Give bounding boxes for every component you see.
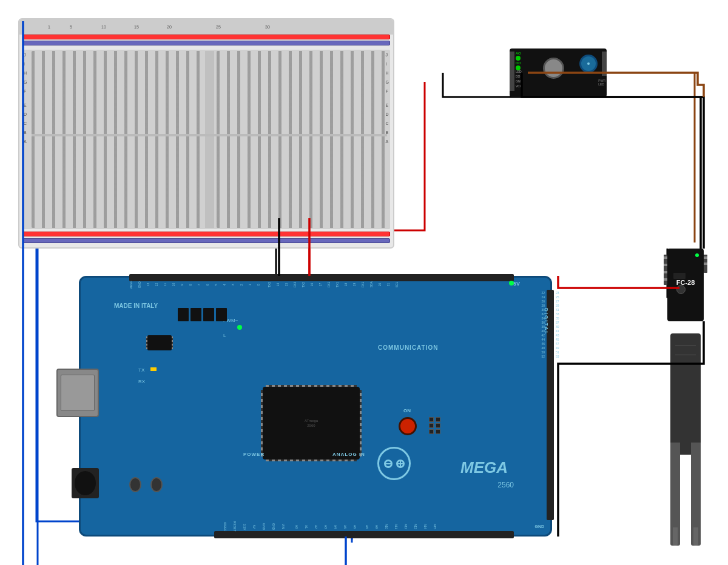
fc28-probe-body: [670, 333, 701, 455]
arduino-led-l: [237, 325, 242, 330]
breadboard: 1 5 10 15 20 25 30 J I H G F E: [18, 18, 394, 249]
arduino-made-in-label: MADE IN ITALY: [114, 302, 158, 310]
fc28-label: FC-28: [661, 279, 710, 286]
arduino-top-pin-labels: AREF GND 13 12 11 10 9 8 7 6 5 4 3 2 1 0…: [129, 281, 403, 289]
ky038-pin-header-right: [602, 52, 607, 76]
arduino-led-5v: [509, 281, 514, 286]
arduino-small-ic: [147, 335, 172, 350]
fc28-led: [695, 253, 699, 257]
ky038-sound-sensor: AO DO LED DO GND VCC PWRLED: [510, 48, 607, 97]
arduino-isp-header: [429, 417, 441, 434]
ky038-pin-header: [510, 52, 514, 91]
fc28-probe-left-tine: [670, 443, 680, 546]
ky038-potentiometer: [579, 55, 598, 73]
arduino-bottom-pin-labels: IOREF RESET 3.3V 5V GND GND VIN A0 A1 A2…: [217, 521, 437, 532]
arduino-usb-connector: [56, 369, 99, 417]
fc28-moisture-sensor: FC-28: [661, 249, 710, 546]
arduino-reset-button[interactable]: [399, 417, 417, 435]
arduino-model-label: 2560: [497, 481, 514, 489]
arduino-logo: [377, 447, 411, 480]
ky038-microphone: [543, 58, 564, 79]
arduino-capacitor-1: [129, 477, 141, 492]
arduino-mega-board: 22 24 26 28 30 32 34 36 38 40 42 44 46 4…: [79, 276, 552, 537]
arduino-mega-label: MEGA: [460, 458, 508, 477]
fc28-probe-right-tine: [691, 443, 701, 546]
fc28-probe: [664, 333, 707, 546]
arduino-digital-label: DIGITAL: [544, 308, 549, 335]
arduino-communication-label: COMMUNICATION: [378, 344, 438, 351]
arduino-l-label: L: [223, 332, 226, 338]
arduino-on-label: ON: [403, 408, 411, 413]
arduino-gnd-label: GND: [534, 524, 544, 529]
main-canvas: 1 5 10 15 20 25 30 J I H G F E: [0, 0, 728, 565]
arduino-power-label: POWER: [243, 452, 265, 457]
arduino-main-chip: ATmega 2560: [263, 387, 360, 460]
arduino-analog-label: ANALOG IN: [332, 452, 365, 457]
arduino-power-connector: [72, 468, 99, 498]
arduino-capacitor-2: [150, 477, 163, 492]
arduino-txrx-area: TX RX: [138, 367, 169, 386]
arduino-pin-header-bottom: [214, 531, 514, 538]
arduino-5v-label: 5V: [513, 281, 520, 287]
arduino-ic-group: [178, 308, 227, 321]
